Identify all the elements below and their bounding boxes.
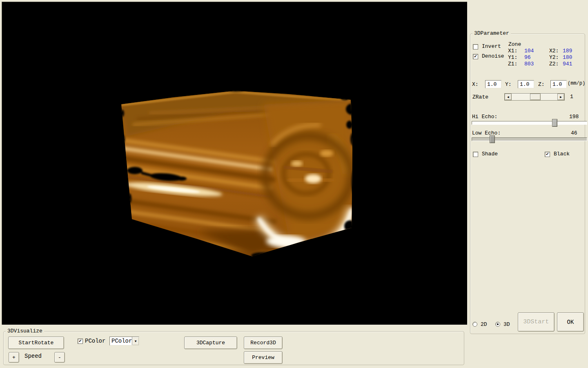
hi-echo-slider-thumb[interactable] bbox=[552, 119, 557, 127]
render-viewport[interactable] bbox=[2, 2, 467, 325]
pcolor-checkbox-label: PColor bbox=[85, 338, 105, 344]
mode-2d-label: 2D bbox=[481, 321, 487, 328]
mode-3d-radio[interactable] bbox=[495, 322, 500, 327]
low-echo-slider-track[interactable] bbox=[472, 137, 587, 141]
zone-y2-value: 180 bbox=[563, 54, 572, 61]
spacing-z-input[interactable] bbox=[550, 80, 567, 88]
invert-checkbox[interactable] bbox=[473, 44, 478, 49]
shade-checkbox[interactable] bbox=[473, 152, 478, 157]
speed-label: Speed bbox=[24, 353, 42, 359]
zone-z2-label: Z2: bbox=[549, 61, 559, 67]
zrate-value: 1 bbox=[570, 94, 573, 100]
zrate-scrollbar[interactable]: ◄ ► bbox=[504, 93, 565, 101]
hi-echo-slider-track[interactable] bbox=[472, 121, 587, 125]
spacing-unit-label: (mm/p) bbox=[568, 81, 585, 87]
denoise-checkbox[interactable]: ✔ bbox=[473, 54, 478, 59]
check-icon: ✔ bbox=[546, 152, 549, 157]
mode-3d-label: 3D bbox=[503, 321, 510, 328]
parameter-group-title: 3DParameter bbox=[472, 30, 511, 37]
invert-label: Invert bbox=[482, 43, 501, 49]
black-label: Black bbox=[554, 151, 570, 157]
scroll-right-icon: ► bbox=[560, 95, 562, 99]
zone-x1-value: 104 bbox=[524, 48, 534, 54]
speed-minus-button[interactable]: - bbox=[54, 352, 65, 363]
speed-plus-button[interactable]: + bbox=[9, 352, 19, 363]
start-rotate-button[interactable]: StartRotate bbox=[8, 337, 64, 349]
capture3d-button[interactable]: 3DCapture bbox=[184, 337, 237, 349]
denoise-label: Denoise bbox=[482, 53, 504, 59]
mode-2d-radio[interactable] bbox=[472, 322, 477, 327]
zrate-scroll-right-button[interactable]: ► bbox=[557, 94, 564, 100]
low-echo-slider-thumb[interactable] bbox=[490, 135, 495, 143]
zone-y1-value: 96 bbox=[524, 54, 531, 61]
check-icon: ✔ bbox=[474, 54, 477, 59]
hi-echo-label: Hi Echo: bbox=[472, 114, 497, 120]
ok-button[interactable]: OK bbox=[557, 312, 584, 332]
zone-z1-value: 803 bbox=[524, 61, 534, 67]
low-echo-value: 46 bbox=[571, 130, 577, 136]
start3d-button[interactable]: 3DStart bbox=[518, 312, 555, 332]
pcolor-checkbox[interactable]: ✔ bbox=[78, 339, 83, 344]
zone-x1-label: X1: bbox=[508, 48, 517, 54]
zrate-label: ZRate bbox=[472, 94, 488, 100]
visualize-group-title: 3DVisualize bbox=[6, 328, 44, 334]
zrate-scroll-left-button[interactable]: ◄ bbox=[505, 94, 512, 100]
spacing-y-input[interactable] bbox=[518, 80, 534, 88]
zrate-scroll-thumb[interactable] bbox=[530, 94, 541, 100]
pcolor-dropdown[interactable]: PColor ▼ bbox=[109, 337, 139, 346]
zone-title: Zone bbox=[508, 41, 521, 47]
spacing-x-input[interactable] bbox=[485, 80, 501, 88]
preview-button[interactable]: Preview bbox=[244, 351, 283, 364]
spacing-y-label: Y: bbox=[505, 81, 512, 88]
dropdown-arrow-icon[interactable]: ▼ bbox=[132, 337, 139, 345]
zone-z2-value: 941 bbox=[563, 61, 572, 67]
spacing-z-label: Z: bbox=[538, 81, 545, 88]
low-echo-label: Low Echo: bbox=[472, 130, 501, 136]
parameter-groupbox: 3DParameter bbox=[470, 34, 585, 334]
pcolor-dropdown-value: PColor bbox=[110, 338, 132, 344]
shade-label: Shade bbox=[482, 151, 498, 157]
volume-render bbox=[2, 2, 468, 325]
zone-y2-label: Y2: bbox=[549, 54, 559, 61]
record3d-button[interactable]: Record3D bbox=[244, 337, 283, 349]
zone-z1-label: Z1: bbox=[508, 61, 517, 67]
hi-echo-value: 198 bbox=[569, 114, 579, 120]
black-checkbox[interactable]: ✔ bbox=[545, 152, 550, 157]
scroll-left-icon: ◄ bbox=[507, 95, 509, 99]
zone-y1-label: Y1: bbox=[508, 54, 517, 61]
spacing-x-label: X: bbox=[472, 81, 479, 88]
zone-x2-label: X2: bbox=[549, 48, 559, 54]
zone-x2-value: 189 bbox=[563, 48, 572, 54]
check-icon: ✔ bbox=[79, 339, 82, 343]
